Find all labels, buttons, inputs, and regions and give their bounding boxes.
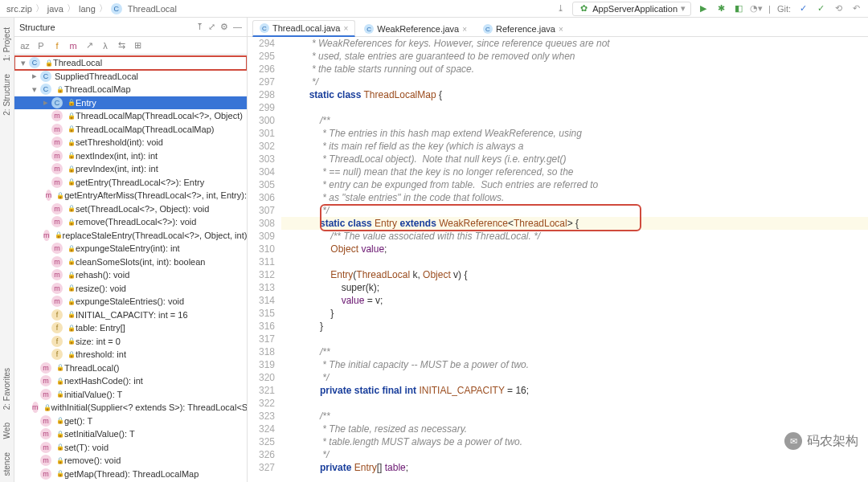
tree-method[interactable]: m🔒expungeStaleEntries(): void xyxy=(14,295,247,308)
field-icon: f xyxy=(51,309,63,321)
field-icon: f xyxy=(51,349,63,360)
tab-weakref[interactable]: CWeakReference.java× xyxy=(357,21,474,36)
close-icon[interactable]: × xyxy=(462,25,467,34)
tree-class[interactable]: ▸CSuppliedThreadLocal xyxy=(14,70,247,84)
tree-field[interactable]: f🔒size: int = 0 xyxy=(14,335,247,349)
tree-method[interactable]: m🔒remove(ThreadLocal<?>): void xyxy=(14,215,247,229)
tree-method[interactable]: m🔒get(): T xyxy=(14,415,247,428)
lock-icon: 🔒 xyxy=(68,219,76,226)
tree-method[interactable]: m🔒ThreadLocal() xyxy=(14,362,247,375)
method-icon: m xyxy=(46,190,52,201)
tree-class-entry[interactable]: ▸C🔒Entry xyxy=(14,96,247,110)
coverage-icon[interactable]: ◧ xyxy=(733,3,744,14)
tree-method[interactable]: m🔒setInitialValue(): T xyxy=(14,427,247,441)
filter-anon-icon[interactable]: λ xyxy=(100,40,111,51)
class-icon: C xyxy=(29,57,40,68)
rail-project[interactable]: 1: Project xyxy=(2,27,11,61)
lock-icon: 🔒 xyxy=(68,112,76,120)
tree-method[interactable]: m🔒getEntry(ThreadLocal<?>): Entry xyxy=(14,176,247,190)
build-icon[interactable]: ⤓ xyxy=(555,3,566,14)
watermark: ✉码农架构 xyxy=(784,432,858,450)
crumb-class[interactable]: CThreadLocal xyxy=(111,3,177,14)
method-icon: m xyxy=(40,428,51,439)
tree-method[interactable]: m🔒ThreadLocalMap(ThreadLocalMap) xyxy=(14,123,247,137)
tree-method[interactable]: m🔒nextHashCode(): int xyxy=(14,374,247,388)
structure-tree[interactable]: ▾C🔒ThreadLocal ▸CSuppliedThreadLocal ▾C🔒… xyxy=(14,55,247,482)
crumb-lang[interactable]: lang xyxy=(79,4,96,14)
crumb-srczip[interactable]: src.zip xyxy=(6,4,32,14)
lock-icon: 🔒 xyxy=(68,178,76,186)
lock-icon: 🔒 xyxy=(56,86,64,93)
lock-icon: 🔒 xyxy=(56,192,64,199)
tree-method[interactable]: m🔒getEntryAfterMiss(ThreadLocal<?>, int,… xyxy=(14,189,247,202)
lock-icon: 🔒 xyxy=(56,378,64,385)
gear-icon[interactable]: ⚙ xyxy=(220,22,228,32)
tree-field[interactable]: f🔒INITIAL_CAPACITY: int = 16 xyxy=(14,308,247,322)
code-lines[interactable]: * WeakReferences for keys. However, sinc… xyxy=(281,37,868,482)
sort-alpha-icon[interactable]: az xyxy=(19,40,31,51)
structure-panel: Structure ⤒ ⤢ ⚙ — az P f m ↗ λ ⇆ ⊞ ▾C🔒Th… xyxy=(14,18,248,482)
crumb-java[interactable]: java xyxy=(47,4,63,14)
run-config-name: AppServerApplication xyxy=(592,4,678,14)
lock-icon: 🔒 xyxy=(56,417,64,424)
profile-icon[interactable]: ◔▾ xyxy=(751,3,762,14)
debug-icon[interactable]: ✱ xyxy=(715,3,727,14)
tree-method[interactable]: m🔒remove(): void xyxy=(14,454,247,468)
method-icon: m xyxy=(51,150,63,161)
tree-method[interactable]: m🔒ThreadLocalMap(ThreadLocal<?>, Object) xyxy=(14,109,247,123)
tree-method[interactable]: m🔒setThreshold(int): void xyxy=(14,136,247,149)
expand-icon[interactable]: ⤢ xyxy=(208,22,215,32)
autoscroll-icon[interactable]: ⇆ xyxy=(116,40,127,51)
lock-icon: 🔒 xyxy=(68,325,76,332)
tab-reference[interactable]: CReference.java× xyxy=(476,21,571,36)
lock-icon: 🔒 xyxy=(68,99,76,106)
tree-method[interactable]: m🔒withInitial(Supplier<? extends S>): Th… xyxy=(14,401,247,415)
method-icon: m xyxy=(51,110,63,121)
git-revert-icon[interactable]: ↶ xyxy=(850,3,862,14)
filter-public-icon[interactable]: P xyxy=(35,40,47,51)
tree-method[interactable]: m🔒replaceStaleEntry(ThreadLocal<?>, Obje… xyxy=(14,229,247,243)
tree-method[interactable]: m🔒getMap(Thread): ThreadLocalMap xyxy=(14,468,247,481)
tree-root[interactable]: ▾C🔒ThreadLocal xyxy=(14,56,247,70)
tree-method[interactable]: m🔒cleanSomeSlots(int, int): boolean xyxy=(14,255,247,269)
method-icon: m xyxy=(51,296,63,307)
close-icon[interactable]: × xyxy=(559,25,563,34)
tree-method[interactable]: m🔒expungeStaleEntry(int): int xyxy=(14,242,247,255)
lock-icon: 🔒 xyxy=(68,152,76,159)
tree-method[interactable]: m🔒prevIndex(int, int): int xyxy=(14,162,247,176)
class-icon: C xyxy=(260,23,269,33)
tree-field[interactable]: f🔒threshold: int xyxy=(14,348,247,362)
filter-method-icon[interactable]: m xyxy=(68,40,79,51)
tree-field[interactable]: f🔒table: Entry[] xyxy=(14,321,247,335)
group-icon[interactable]: ⊞ xyxy=(132,40,143,51)
lock-icon: 🔒 xyxy=(68,125,76,133)
method-icon: m xyxy=(51,163,63,174)
hide-icon[interactable]: — xyxy=(233,22,242,32)
lock-icon: 🔒 xyxy=(68,245,76,252)
sort-icon[interactable]: ⤒ xyxy=(196,22,203,32)
git-update-icon[interactable]: ✓ xyxy=(797,3,809,14)
rail-favorites[interactable]: 2: Favorites xyxy=(2,368,11,410)
rail-stence[interactable]: stence xyxy=(2,452,11,476)
rail-web[interactable]: Web xyxy=(2,423,11,439)
run-config-combo[interactable]: ✿ AppServerApplication ▾ xyxy=(572,2,691,16)
code-area[interactable]: 2942952962972982993003013023033043053063… xyxy=(248,37,868,482)
tree-method[interactable]: m🔒initialValue(): T xyxy=(14,388,247,402)
tree-method[interactable]: m🔒nextIndex(int, int): int xyxy=(14,149,247,163)
rail-structure[interactable]: 2: Structure xyxy=(2,74,11,116)
tree-method[interactable]: m🔒set(T): void xyxy=(14,441,247,455)
filter-inherited-icon[interactable]: ↗ xyxy=(84,40,95,51)
lock-icon: 🔒 xyxy=(68,258,76,265)
close-icon[interactable]: × xyxy=(343,24,348,33)
tree-method[interactable]: m🔒resize(): void xyxy=(14,282,247,296)
panel-toolbar: az P f m ↗ λ ⇆ ⊞ xyxy=(14,37,247,55)
git-commit-icon[interactable]: ✓ xyxy=(815,3,826,14)
tree-class[interactable]: ▾C🔒ThreadLocalMap xyxy=(14,83,247,96)
lock-icon: 🔒 xyxy=(56,457,64,464)
run-icon[interactable]: ▶ xyxy=(698,3,709,14)
tree-method[interactable]: m🔒rehash(): void xyxy=(14,268,247,282)
git-history-icon[interactable]: ⟲ xyxy=(833,3,844,14)
filter-field-icon[interactable]: f xyxy=(51,40,63,51)
tab-threadlocal[interactable]: CThreadLocal.java× xyxy=(252,20,355,37)
tree-method[interactable]: m🔒set(ThreadLocal<?>, Object): void xyxy=(14,202,247,216)
